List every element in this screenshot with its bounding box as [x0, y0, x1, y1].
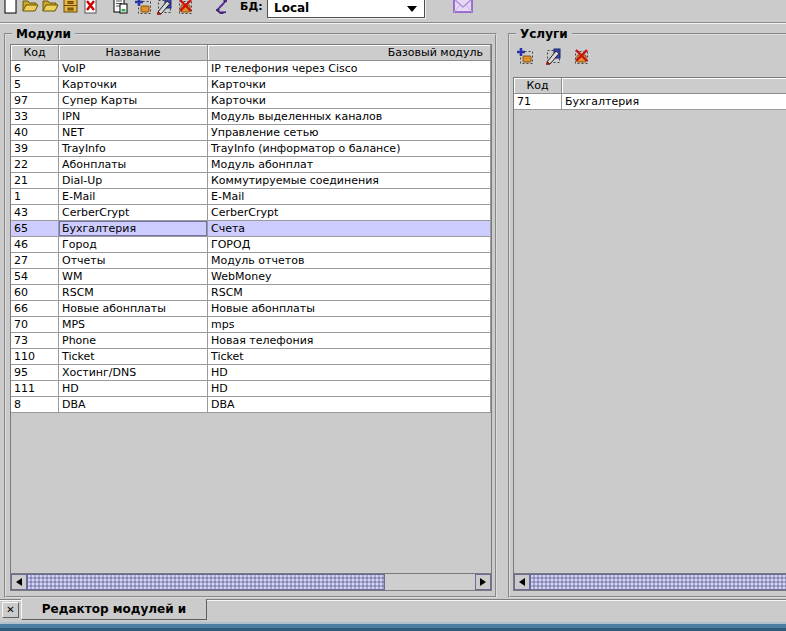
table-row[interactable]: 33IPNМодуль выделенных каналов: [11, 109, 491, 125]
open-folder-alt-button[interactable]: [42, 0, 59, 14]
table-cell[interactable]: 71: [514, 94, 562, 110]
table-cell[interactable]: IP телефония через Cisco: [208, 61, 491, 77]
table-cell[interactable]: Коммутируемые соединения: [208, 173, 491, 189]
table-cell[interactable]: IPN: [59, 109, 208, 125]
scrollbar-thumb[interactable]: [530, 574, 786, 590]
table-cell[interactable]: CerberCrypt: [208, 205, 491, 221]
table-row[interactable]: 46ГородГОРОД: [11, 237, 491, 253]
tab-close-button[interactable]: ✕: [2, 602, 19, 618]
table-cell[interactable]: Новые абонплаты: [59, 301, 208, 317]
table-cell[interactable]: NET: [59, 125, 208, 141]
table-row[interactable]: 8DBADBA: [11, 397, 491, 413]
table-cell[interactable]: 70: [11, 317, 59, 333]
scrollbar-thumb[interactable]: [27, 574, 385, 590]
table-cell[interactable]: VoIP: [59, 61, 208, 77]
column-header-base-module[interactable]: Базовый модуль: [208, 45, 491, 61]
table-cell[interactable]: CerberCrypt: [59, 205, 208, 221]
table-cell[interactable]: Модуль абонплат: [208, 157, 491, 173]
table-cell[interactable]: RSCM: [208, 285, 491, 301]
table-cell[interactable]: Модуль выделенных каналов: [208, 109, 491, 125]
table-row[interactable]: 60RSCMRSCM: [11, 285, 491, 301]
table-cell[interactable]: E-Mail: [59, 189, 208, 205]
table-cell[interactable]: Бухгалтерия: [59, 221, 208, 237]
service-delete-button[interactable]: [572, 47, 590, 65]
table-cell[interactable]: 27: [11, 253, 59, 269]
tab-module-service-editor[interactable]: Редактор модулей и услуг: [21, 599, 207, 620]
new-document-button[interactable]: [2, 0, 19, 14]
table-cell[interactable]: 22: [11, 157, 59, 173]
table-row[interactable]: 39TrayInfoTrayInfo (информатор о балансе…: [11, 141, 491, 157]
table-cell[interactable]: Счета: [208, 221, 491, 237]
table-row[interactable]: 43CerberCryptCerberCrypt: [11, 205, 491, 221]
table-cell[interactable]: Карточки: [208, 93, 491, 109]
table-row[interactable]: 27ОтчетыМодуль отчетов: [11, 253, 491, 269]
table-row[interactable]: 1E-MailE-Mail: [11, 189, 491, 205]
table-cell[interactable]: 65: [11, 221, 59, 237]
table-cell[interactable]: Хостинг/DNS: [59, 365, 208, 381]
table-cell[interactable]: Город: [59, 237, 208, 253]
service-edit-button[interactable]: [544, 47, 562, 65]
service-add-button[interactable]: [516, 47, 534, 65]
table-cell[interactable]: Ticket: [208, 349, 491, 365]
table-cell[interactable]: 54: [11, 269, 59, 285]
table-cell[interactable]: Отчеты: [59, 253, 208, 269]
table-cell[interactable]: 40: [11, 125, 59, 141]
edit-record-button[interactable]: [155, 0, 173, 15]
table-row[interactable]: 40NETУправление сетью: [11, 125, 491, 141]
table-cell[interactable]: MPS: [59, 317, 208, 333]
table-cell[interactable]: E-Mail: [208, 189, 491, 205]
table-row[interactable]: 6VoIPIP телефония через Cisco: [11, 61, 491, 77]
table-cell[interactable]: DBA: [208, 397, 491, 413]
table-cell[interactable]: Супер Карты: [59, 93, 208, 109]
table-cell[interactable]: Phone: [59, 333, 208, 349]
table-cell[interactable]: Абонплаты: [59, 157, 208, 173]
table-cell[interactable]: 33: [11, 109, 59, 125]
table-row[interactable]: 5КарточкиКарточки: [11, 77, 491, 93]
table-cell[interactable]: 66: [11, 301, 59, 317]
table-cell[interactable]: Ticket: [59, 349, 208, 365]
table-cell[interactable]: Карточки: [208, 77, 491, 93]
column-header-name[interactable]: [562, 78, 786, 94]
column-header-code[interactable]: Код: [11, 45, 59, 61]
add-record-button[interactable]: [134, 0, 152, 15]
table-cell[interactable]: TrayInfo: [59, 141, 208, 157]
delete-record-button[interactable]: [176, 0, 194, 15]
table-row[interactable]: 95Хостинг/DNSHD: [11, 365, 491, 381]
table-cell[interactable]: 39: [11, 141, 59, 157]
table-cell[interactable]: DBA: [59, 397, 208, 413]
table-cell[interactable]: ГОРОД: [208, 237, 491, 253]
table-row[interactable]: 22АбонплатыМодуль абонплат: [11, 157, 491, 173]
table-row[interactable]: 97Супер КартыКарточки: [11, 93, 491, 109]
table-row[interactable]: 65БухгалтерияСчета: [11, 221, 491, 237]
db-select[interactable]: Local: [267, 0, 425, 18]
table-cell[interactable]: 21: [11, 173, 59, 189]
table-cell[interactable]: Новые абонплаты: [208, 301, 491, 317]
table-row[interactable]: 71Бухгалтерия: [514, 94, 786, 110]
table-cell[interactable]: Новая телефония: [208, 333, 491, 349]
scroll-left-button[interactable]: [514, 574, 530, 590]
table-cell[interactable]: 46: [11, 237, 59, 253]
archive-drawers-button[interactable]: [62, 0, 79, 14]
table-cell[interactable]: 5: [11, 77, 59, 93]
table-cell[interactable]: 43: [11, 205, 59, 221]
table-cell[interactable]: Управление сетью: [208, 125, 491, 141]
table-cell[interactable]: 97: [11, 93, 59, 109]
table-cell[interactable]: Dial-Up: [59, 173, 208, 189]
report-document-button[interactable]: [112, 0, 129, 14]
table-cell[interactable]: mps: [208, 317, 491, 333]
table-cell[interactable]: HD: [208, 381, 491, 397]
table-cell[interactable]: WebMoney: [208, 269, 491, 285]
table-cell[interactable]: 95: [11, 365, 59, 381]
table-cell[interactable]: HD: [208, 365, 491, 381]
delete-document-button[interactable]: [82, 0, 99, 14]
table-row[interactable]: 21Dial-UpКоммутируемые соединения: [11, 173, 491, 189]
table-cell[interactable]: Модуль отчетов: [208, 253, 491, 269]
scrollbar-track[interactable]: [385, 574, 475, 590]
scroll-right-button[interactable]: [475, 574, 491, 590]
table-row[interactable]: 70MPSmps: [11, 317, 491, 333]
column-header-code[interactable]: Код: [514, 78, 562, 94]
table-cell[interactable]: 73: [11, 333, 59, 349]
table-row[interactable]: 73PhoneНовая телефония: [11, 333, 491, 349]
table-row[interactable]: 54WMWebMoney: [11, 269, 491, 285]
table-cell[interactable]: 110: [11, 349, 59, 365]
